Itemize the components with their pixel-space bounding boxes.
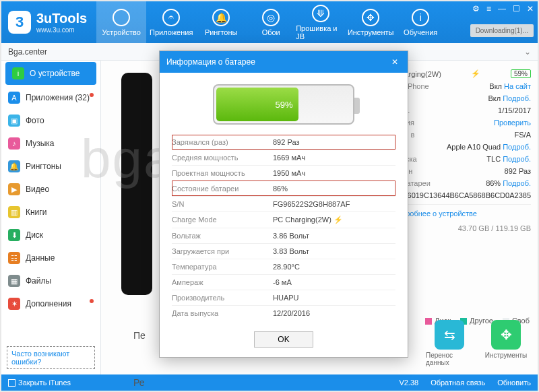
notification-dot — [90, 299, 94, 303]
sidebar-item-0[interactable]: iО устройстве — [5, 62, 96, 85]
downloading-badge[interactable]: Downloading(1)... — [470, 24, 534, 37]
notification-dot — [90, 93, 94, 97]
info-extra-link[interactable]: Подроб. — [503, 179, 531, 187]
top-tabs: Устройство𝄐Приложения🔔Рингтоны◎Обои⟱Прош… — [96, 1, 445, 43]
menu-icon[interactable]: ≡ — [486, 4, 491, 13]
sidebar-item-3[interactable]: ♪Музыка — [1, 132, 100, 155]
battery-table: Заряжался (раз)892 РазСредняя мощность16… — [172, 135, 395, 321]
sidebar-item-1[interactable]: AПриложения (32) — [1, 86, 100, 109]
sidebar-icon: A — [8, 92, 20, 104]
bottom-bar: Закрыть iTunes V2.38 Обратная связь Обно… — [1, 374, 538, 391]
close-icon[interactable]: ✕ — [527, 4, 534, 13]
info-extra-link[interactable]: Проверить — [494, 119, 531, 127]
sidebar-item-9[interactable]: ▦Файлы — [1, 269, 100, 292]
bolt-icon: ⚡ — [471, 69, 480, 78]
card-icon: ✥ — [491, 320, 521, 350]
info-extra-link[interactable]: На сайт — [504, 82, 531, 90]
sidebar-icon: i — [12, 67, 24, 79]
action-cards: ⇆Перенос данных✥Инструменты — [426, 320, 530, 366]
chevron-down-icon: ⌄ — [524, 47, 531, 57]
ok-button[interactable]: OK — [254, 331, 313, 348]
device-image — [121, 73, 152, 295]
brand: 3 3uTools www.3u.com — [1, 1, 96, 43]
top-tab-0[interactable]: Устройство — [96, 1, 146, 43]
brand-title: 3uTools — [36, 11, 87, 26]
battery-graphic: 59% — [172, 79, 395, 129]
sidebar-item-8[interactable]: ☷Данные — [1, 247, 100, 269]
sidebar-icon: 🔔 — [8, 160, 20, 172]
bolt-icon: ⚡ — [334, 216, 343, 224]
sidebar-icon: ☷ — [8, 252, 20, 264]
refresh-link[interactable]: Обновить — [497, 379, 531, 387]
sidebar-item-label: О устройстве — [30, 69, 80, 78]
brand-sub: www.3u.com — [36, 26, 87, 34]
sidebar-item-label: Дополнения — [26, 299, 71, 308]
info-extra-link[interactable]: Подроб. — [503, 155, 531, 163]
tab-icon — [113, 9, 130, 26]
sidebar-item-label: Диск — [26, 230, 43, 240]
top-tab-1[interactable]: 𝄐Приложения — [146, 1, 196, 43]
sidebar-icon: ▣ — [8, 115, 20, 127]
tab-icon: 𝄐 — [162, 9, 180, 26]
info-extra-link[interactable]: Подроб. — [503, 94, 531, 102]
settings-icon[interactable]: ⚙ — [472, 4, 480, 13]
minimize-icon[interactable]: — — [498, 4, 506, 13]
maximize-icon[interactable]: ☐ — [513, 4, 520, 13]
faq-link[interactable]: Часто возникают ошибки? — [7, 346, 95, 369]
battery-row: Температура28.90°C — [172, 259, 395, 274]
close-itunes-toggle[interactable]: Закрыть iTunes — [8, 379, 71, 387]
battery-row: ПроизводительHUAPU — [172, 290, 395, 305]
fragment-text: Пе — [133, 330, 146, 341]
brand-badge: 3 — [8, 11, 31, 34]
battery-row: Загружается при3.83 Вольт — [172, 243, 395, 259]
top-tab-4[interactable]: ⟱Прошивка и JB — [296, 1, 346, 43]
battery-row: Charge ModePC Charging(2W) ⚡ — [172, 211, 395, 228]
tab-icon: ✥ — [362, 9, 379, 26]
modal-title: Информация о батарее — [166, 57, 255, 67]
sidebar-item-5[interactable]: ▶Видео — [1, 178, 100, 201]
sidebar-item-label: Рингтоны — [26, 162, 61, 171]
sidebar-icon: ⬇ — [8, 229, 20, 241]
sidebar-icon: ▦ — [8, 275, 20, 287]
sidebar-icon: ✶ — [8, 298, 20, 310]
battery-row: S/NFG96522S2G8H887AF — [172, 196, 395, 211]
version-label: V2.38 — [399, 379, 418, 387]
top-tab-3[interactable]: ◎Обои — [246, 1, 296, 43]
feedback-link[interactable]: Обратная связь — [431, 379, 485, 387]
sidebar-item-10[interactable]: ✶Дополнения — [1, 292, 100, 315]
sidebar-item-7[interactable]: ⬇Диск — [1, 224, 100, 247]
sidebar: iО устройствеAПриложения (32)▣Фото♪Музык… — [1, 61, 101, 374]
sidebar-icon: ▥ — [8, 206, 20, 218]
battery-row: Проектная мощность1950 мАч — [172, 165, 395, 181]
sidebar-item-label: Музыка — [26, 139, 54, 148]
tab-icon: ◎ — [262, 9, 280, 26]
charging-pct: 59% — [511, 69, 531, 78]
sidebar-item-label: Видео — [26, 185, 49, 194]
sidebar-item-label: Фото — [26, 116, 44, 125]
sidebar-icon: ▶ — [8, 183, 20, 195]
card-icon: ⇆ — [435, 320, 464, 350]
top-bar: 3 3uTools www.3u.com Устройство𝄐Приложен… — [1, 1, 538, 43]
top-tab-2[interactable]: 🔔Рингтоны — [196, 1, 246, 43]
action-card-0[interactable]: ⇆Перенос данных — [426, 320, 473, 366]
modal-header: Информация о батарее ✕ — [160, 51, 408, 73]
battery-row: Заряжался (раз)892 Раз — [172, 135, 395, 150]
sidebar-item-label: Данные — [26, 253, 55, 263]
sidebar-icon: ♪ — [8, 137, 20, 150]
modal-close-icon[interactable]: ✕ — [389, 56, 401, 68]
action-card-1[interactable]: ✥Инструменты — [482, 320, 530, 366]
device-name: Bga.center — [8, 47, 47, 57]
tab-icon: ⟱ — [312, 5, 329, 22]
sidebar-item-6[interactable]: ▥Книги — [1, 201, 100, 224]
tab-icon: i — [412, 9, 429, 26]
sidebar-item-4[interactable]: 🔔Рингтоны — [1, 155, 100, 178]
battery-row: Вольтаж3.86 Вольт — [172, 228, 395, 243]
sidebar-item-label: Приложения (32) — [26, 93, 90, 102]
info-extra-link[interactable]: Подроб. — [503, 143, 531, 151]
top-tab-5[interactable]: ✥Инструменты — [346, 1, 395, 43]
sidebar-item-2[interactable]: ▣Фото — [1, 109, 100, 132]
battery-row: Дата выпуска12/20/2016 — [172, 305, 395, 321]
top-tab-6[interactable]: iОбучения — [395, 1, 445, 43]
battery-modal: Информация о батарее ✕ 59% Заряжался (ра… — [159, 51, 408, 358]
battery-row: Средняя мощность1669 мАч — [172, 150, 395, 165]
